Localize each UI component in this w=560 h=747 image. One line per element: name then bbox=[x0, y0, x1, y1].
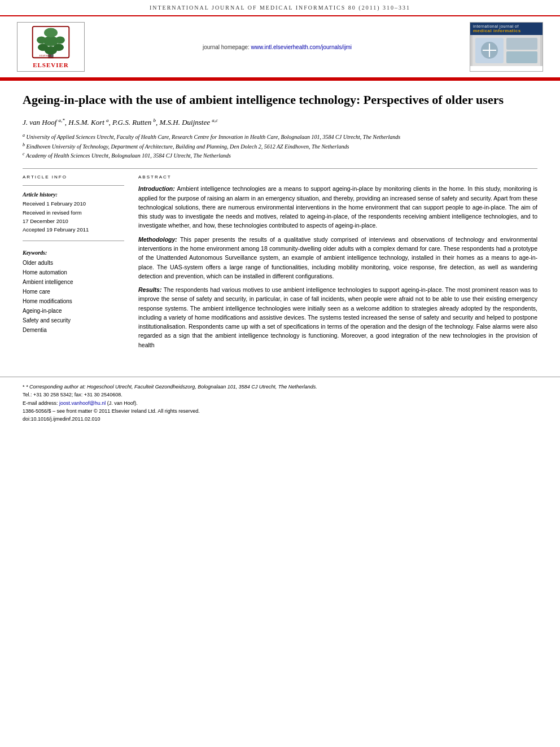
email-link[interactable]: joost.vanhoof@hu.nl bbox=[59, 400, 106, 406]
page: International Journal of Medical Informa… bbox=[0, 0, 560, 747]
keyword-6: Ageing-in-place bbox=[23, 306, 124, 316]
journal-title: International Journal of Medical Informa… bbox=[150, 5, 410, 11]
svg-text:ELSEVIER: ELSEVIER bbox=[39, 54, 51, 57]
footer-issn: 1386-5056/$ – see front matter © 2011 El… bbox=[23, 407, 537, 415]
authors-text: J. van Hoof a,*, H.S.M. Kort a, P.G.S. R… bbox=[23, 118, 218, 126]
svg-rect-13 bbox=[506, 51, 537, 63]
journal-center: journal homepage: www.intl.elsevierhealt… bbox=[85, 22, 470, 72]
keyword-7: Safety and security bbox=[23, 316, 124, 325]
article-info-column: ARTICLE INFO Article history: Received 1… bbox=[23, 174, 124, 354]
footnote-star: * * Corresponding author at: Hogeschool … bbox=[23, 384, 317, 390]
abstract-intro-label: Introduction: bbox=[138, 185, 177, 192]
svg-rect-12 bbox=[506, 38, 537, 50]
abstract-results: Results: The respondents had various mot… bbox=[138, 285, 537, 350]
medical-informatics-logo: international journal of medical informa… bbox=[470, 22, 543, 72]
footer-section: * * Corresponding author at: Hogeschool … bbox=[0, 377, 560, 429]
keyword-4: Home care bbox=[23, 287, 124, 296]
abstract-label: ABSTRACT bbox=[138, 174, 537, 180]
footer-email: E-mail address: joost.vanhoof@hu.nl (J. … bbox=[23, 399, 537, 407]
history-item-1: Received 1 February 2010 bbox=[23, 199, 124, 208]
article-info-label: ARTICLE INFO bbox=[23, 174, 124, 180]
article-content: Ageing-in-place with the use of ambient … bbox=[0, 81, 560, 365]
footer-tel: Tel.: +31 30 258 5342; fax: +31 30 25406… bbox=[23, 391, 537, 399]
abstract-intro-text: Ambient intelligence technologies are a … bbox=[138, 185, 537, 229]
divider-article-info bbox=[23, 185, 124, 186]
keyword-2: Home automation bbox=[23, 268, 124, 277]
keyword-1: Older adults bbox=[23, 258, 124, 268]
abstract-results-label: Results: bbox=[138, 286, 164, 293]
affiliation-c: c Academy of Health Sciences Utrecht, Bo… bbox=[23, 151, 537, 160]
top-section: ELSEVIER ELSEVIER journal homepage: www.… bbox=[0, 16, 560, 78]
abstract-method-text: This paper presents the results of a qua… bbox=[138, 236, 537, 279]
elsevier-name: ELSEVIER bbox=[33, 62, 69, 68]
history-item-3: 17 December 2010 bbox=[23, 217, 124, 225]
divider-keywords bbox=[23, 241, 124, 241]
history-label: Article history: bbox=[23, 191, 124, 198]
divider-1 bbox=[23, 168, 537, 169]
elsevier-logo: ELSEVIER ELSEVIER bbox=[17, 22, 85, 72]
medical-logo-image-icon bbox=[473, 35, 540, 66]
svg-point-5 bbox=[37, 36, 46, 43]
elsevier-tree-icon: ELSEVIER bbox=[28, 25, 73, 59]
history-item-4: Accepted 19 February 2011 bbox=[23, 225, 124, 234]
svg-point-7 bbox=[44, 28, 58, 38]
keywords-label: Keywords: bbox=[23, 250, 124, 256]
keyword-8: Dementia bbox=[23, 325, 124, 335]
affiliation-a: a University of Applied Sciences Utrecht… bbox=[23, 132, 537, 141]
keyword-5: Home modifications bbox=[23, 296, 124, 306]
corresponding-author-note: * * Corresponding author at: Hogeschool … bbox=[23, 383, 537, 391]
abstract-column: ABSTRACT Introduction: Ambient intellige… bbox=[138, 174, 537, 354]
affiliations: a University of Applied Sciences Utrecht… bbox=[23, 132, 537, 160]
journal-url[interactable]: www.intl.elsevierhealth.com/journals/ijm… bbox=[251, 44, 352, 50]
authors-line: J. van Hoof a,*, H.S.M. Kort a, P.G.S. R… bbox=[23, 117, 537, 128]
footer-doi: doi:10.1016/j.ijmedinf.2011.02.010 bbox=[23, 415, 537, 423]
keyword-3: Ambient intelligence bbox=[23, 277, 124, 287]
journal-header: International Journal of Medical Informa… bbox=[0, 0, 560, 16]
abstract-method-label: Methodology: bbox=[138, 236, 180, 243]
article-title: Ageing-in-place with the use of ambient … bbox=[23, 92, 537, 108]
journal-homepage: journal homepage: www.intl.elsevierhealt… bbox=[203, 44, 352, 50]
abstract-methodology: Methodology: This paper presents the res… bbox=[138, 235, 537, 281]
history-item-2: Received in revised form bbox=[23, 208, 124, 217]
affiliation-b: b Eindhoven University of Technology, De… bbox=[23, 142, 537, 151]
abstract-intro: Introduction: Ambient intelligence techn… bbox=[138, 184, 537, 230]
abstract-results-text: The respondents had various motives to u… bbox=[138, 286, 537, 348]
two-col-layout: ARTICLE INFO Article history: Received 1… bbox=[23, 174, 537, 354]
svg-point-6 bbox=[55, 36, 65, 43]
